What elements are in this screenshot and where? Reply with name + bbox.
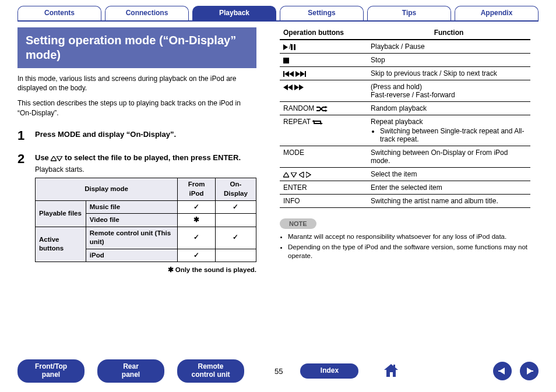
notes-list: Marantz will accept no responsibility wh… (280, 232, 530, 260)
table-row: MODE Switching between On-Display or Fro… (280, 146, 530, 168)
tab-tips[interactable]: Tips (367, 6, 451, 20)
next-page-button[interactable] (520, 362, 539, 380)
step-1: 1 Press MODE and display “On-Display”. (17, 128, 256, 143)
step-2: 2 Use to select the file to be played, t… (17, 151, 256, 275)
table-footnote: ✱ Only the sound is played. (35, 266, 256, 275)
home-icon[interactable] (383, 363, 399, 380)
page-number: 55 (275, 367, 283, 376)
tab-appendix[interactable]: Appendix (455, 6, 539, 20)
bottom-pill-0[interactable]: Front/Toppanel (17, 359, 85, 383)
step-number: 1 (17, 128, 35, 143)
skip-icon (283, 69, 306, 77)
bottom-pill-1[interactable]: Rearpanel (97, 359, 164, 383)
step-text: Use to select the file to be played, the… (35, 151, 256, 275)
note-item: Marantz will accept no responsibility wh… (288, 232, 530, 241)
index-button[interactable]: Index (300, 363, 358, 379)
table-row: Stop (280, 54, 530, 67)
svg-rect-29 (527, 370, 533, 372)
svg-rect-27 (498, 370, 505, 372)
tab-playback[interactable]: Playback (192, 6, 276, 20)
play-pause-icon: / (283, 43, 296, 51)
tab-connections[interactable]: Connections (105, 6, 189, 20)
table-row: RANDOM Random playback (280, 102, 530, 115)
page-title: Setting operation mode (“On-Display” mod… (17, 27, 256, 68)
table-row: ENTER Enter the selected item (280, 181, 530, 195)
prev-page-button[interactable] (493, 362, 512, 380)
intro-p1: In this mode, various lists and screens … (17, 74, 256, 93)
table-row: (Press and hold)Fast-reverse / Fast-forw… (280, 80, 530, 102)
table-row: Skip to previous track / Skip to next tr… (280, 67, 530, 80)
note-label: NOTE (280, 218, 316, 229)
step-text: Press MODE and display “On-Display”. (35, 128, 256, 143)
arrows4-icon (283, 170, 311, 178)
display-mode-table: Display modeFrom iPodOn-DisplayPlayable … (35, 178, 256, 262)
intro-p2: This section describes the steps up to p… (17, 98, 256, 117)
bottom-pill-2[interactable]: Remotecontrol unit (177, 359, 244, 383)
tab-settings[interactable]: Settings (280, 6, 364, 20)
shuffle-icon (316, 104, 328, 112)
note-item: Depending on the type of iPod and the so… (288, 243, 530, 260)
table-row: REPEAT Repeat playbackSwitching between … (280, 115, 530, 146)
up-down-icon (51, 153, 62, 162)
operation-buttons-table: Operation buttonsFunction/Playback / Pau… (280, 27, 530, 208)
top-nav: ContentsConnectionsPlaybackSettingsTipsA… (17, 6, 539, 22)
stop-icon (283, 56, 289, 64)
step-sub: Playback starts. (35, 165, 256, 174)
step-number: 2 (17, 151, 35, 275)
table-row: /Playback / Pause (280, 40, 530, 54)
tab-contents[interactable]: Contents (17, 6, 101, 20)
table-row: Select the item (280, 168, 530, 181)
table-row: INFO Switching the artist name and album… (280, 195, 530, 208)
rewff-icon (283, 83, 304, 91)
repeat-icon (312, 118, 323, 126)
bottom-nav: Front/ToppanelRearpanelRemotecontrol uni… (17, 359, 539, 383)
